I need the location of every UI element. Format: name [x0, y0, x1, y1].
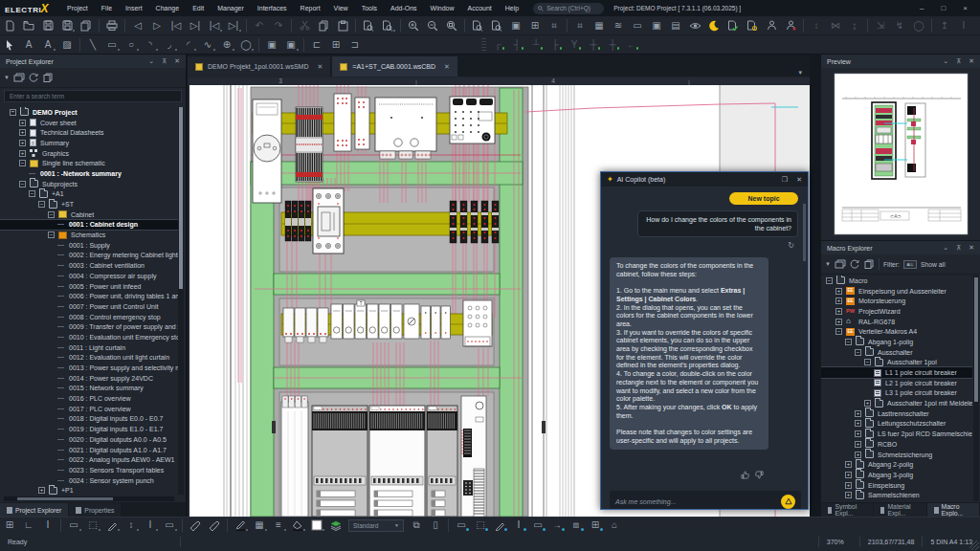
toolbar-icon[interactable]: [490, 518, 509, 533]
tree-item[interactable]: 0012 : Evaluation unit light curtain: [0, 353, 178, 364]
folders-icon[interactable]: [835, 259, 846, 269]
tree-item[interactable]: +Ausschalter 1pol mit Meldeleuchte: [821, 398, 972, 408]
toolbar-icon[interactable]: ↥: [935, 18, 954, 33]
menu-edit[interactable]: Edit: [186, 5, 211, 11]
toolbar-icon[interactable]: [186, 518, 205, 533]
style-dropdown[interactable]: Standard▼: [348, 519, 404, 532]
toolbar-icon[interactable]: ┼: [603, 37, 622, 53]
tree-item[interactable]: +RCBO: [821, 439, 972, 450]
tree-item[interactable]: 0024 : Sensor system punch: [0, 475, 178, 486]
tree-item[interactable]: +LS fuer 2pol RCD Sammelschiene: [821, 429, 972, 439]
dropdown-caret-icon[interactable]: ▼: [4, 75, 10, 80]
toolbar-icon[interactable]: A: [38, 37, 57, 53]
toolbar-icon[interactable]: [333, 18, 352, 33]
close-tab-icon[interactable]: ✕: [444, 63, 450, 71]
resize-grip[interactable]: [969, 540, 979, 550]
toolbar-icon[interactable]: ◞: [160, 37, 179, 53]
tree-item[interactable]: 0010 : Evaluation unit Emergency stop: [0, 332, 178, 342]
tree-item[interactable]: +Graphics: [0, 148, 178, 159]
tree-item[interactable]: −Schematics: [0, 230, 178, 240]
toolbar-icon[interactable]: [314, 18, 333, 33]
toolbar-icon[interactable]: ▣: [262, 37, 281, 53]
toolbar-icon[interactable]: ▭: [160, 518, 179, 533]
menu-project[interactable]: Project: [60, 5, 95, 11]
maximize-button[interactable]: □: [932, 4, 954, 12]
document-tab[interactable]: =A1+ST_CAB.0001.wsCBD✕: [332, 56, 457, 77]
tree-item[interactable]: 0013 : Power supply and selectivity mo: [0, 363, 178, 373]
refresh-icon[interactable]: [850, 259, 860, 269]
tree-item[interactable]: +Summary: [0, 138, 178, 148]
vertical-scrollbar[interactable]: [178, 107, 184, 495]
tree-item[interactable]: 0019 : Digital inputs E1.0 - E1.7: [0, 424, 178, 434]
toolbar-icon[interactable]: ⌗: [570, 18, 590, 33]
tree-item[interactable]: 0017 : PLC overview: [0, 404, 178, 414]
copilot-input[interactable]: Ask me something...: [610, 491, 801, 509]
tree-item[interactable]: 0005 : Power unit infeed: [0, 281, 178, 292]
toolbar-icon[interactable]: ↕: [807, 18, 826, 33]
toolbar-icon[interactable]: [102, 18, 122, 33]
toolbar-icon[interactable]: ▭: [452, 518, 471, 533]
tree-item[interactable]: −Ausschalter: [821, 347, 972, 358]
toolbar-icon[interactable]: ≡: [269, 518, 288, 533]
tree-item[interactable]: +Leitungsschutzschalter: [821, 419, 972, 430]
menu-window[interactable]: Window: [424, 5, 461, 11]
toolbar-icon[interactable]: [102, 518, 122, 533]
toolbar-icon[interactable]: [57, 18, 77, 33]
tree-item[interactable]: 0018 : Digital inputs E0.0 - E0.7: [0, 414, 178, 425]
pin-icon[interactable]: ⊼: [956, 244, 961, 252]
toolbar-icon[interactable]: [423, 18, 442, 33]
toolbar-icon[interactable]: [404, 18, 423, 33]
tree-search-input[interactable]: Enter a search term: [4, 90, 182, 102]
collapse-icon[interactable]: ⌄: [943, 244, 948, 252]
toolbar-icon[interactable]: ▭: [628, 18, 647, 33]
toolbar-icon[interactable]: A: [19, 37, 38, 53]
tree-item[interactable]: 0007 : Power unit Control Unit: [0, 301, 178, 312]
panel-tab-symbol-expl-[interactable]: Symbol Expl...: [821, 503, 873, 517]
toolbar-icon[interactable]: ↨: [845, 18, 864, 33]
pin-icon[interactable]: ⊼: [956, 57, 961, 65]
menu-manager[interactable]: Manager: [211, 5, 251, 11]
toolbar-icon[interactable]: ◜: [179, 37, 198, 53]
toolbar-icon[interactable]: ▤: [666, 18, 685, 33]
close-icon[interactable]: ✕: [969, 244, 974, 252]
toolbar-icon[interactable]: ↷: [269, 18, 288, 33]
toolbar-icon[interactable]: [288, 518, 307, 533]
close-icon[interactable]: ✕: [796, 176, 802, 184]
thumbs-up-icon[interactable]: [741, 471, 749, 479]
toolbar-icon[interactable]: ⊏: [307, 37, 326, 53]
toolbar-icon[interactable]: ◯: [909, 18, 928, 33]
menu-interfaces[interactable]: Interfaces: [251, 5, 294, 11]
refresh-icon[interactable]: [29, 73, 39, 82]
tab-overflow-icon[interactable]: ▾: [798, 69, 810, 77]
tree-item[interactable]: +Lasttrennschalter: [821, 408, 972, 419]
toolbar-icon[interactable]: ▣: [506, 18, 525, 33]
tree-item[interactable]: 0009 : Transfer of power supply and sig: [0, 321, 178, 332]
toolbar-icon[interactable]: [77, 18, 96, 33]
menu-tools[interactable]: Tools: [355, 5, 384, 11]
tree-item[interactable]: −Subprojects: [0, 179, 178, 189]
panel-tab-project-explorer[interactable]: Project Explorer: [0, 503, 68, 517]
toolbar-icon[interactable]: Ⅰ: [38, 518, 57, 533]
copilot-scrollbar[interactable]: [803, 204, 806, 261]
toolbar-icon[interactable]: ↕: [122, 518, 141, 533]
toolbar-icon[interactable]: [205, 518, 224, 533]
toolbar-icon[interactable]: [468, 18, 487, 33]
tree-item[interactable]: 0014 : Power supply 24VDC: [0, 373, 178, 384]
toolbar-icon[interactable]: ↧: [973, 18, 980, 33]
toolbar-icon[interactable]: ▭: [64, 518, 83, 533]
tree-item[interactable]: −Ausschalter 1pol: [821, 358, 972, 368]
toolbar-icon[interactable]: ├: [546, 37, 565, 53]
close-icon[interactable]: ✕: [969, 57, 974, 65]
toolbar-icon[interactable]: [442, 18, 461, 33]
tree-item[interactable]: 0003 : Cabinet ventilation: [0, 260, 178, 271]
toolbar-icon[interactable]: [0, 37, 19, 53]
toolbar-icon[interactable]: ↶: [250, 18, 269, 33]
toolbar-icon[interactable]: ◁: [128, 18, 147, 33]
menu-report[interactable]: Report: [294, 5, 327, 11]
tree-item[interactable]: −+A1: [0, 189, 178, 200]
toolbar-icon[interactable]: ⌂: [605, 518, 624, 533]
toolbar-icon[interactable]: [743, 18, 762, 33]
toolbar-icon[interactable]: ⌗: [545, 18, 564, 33]
toolbar-icon[interactable]: [724, 18, 743, 33]
tree-item[interactable]: 0021 : Digital outputs A1.0 - A1.7: [0, 445, 178, 455]
